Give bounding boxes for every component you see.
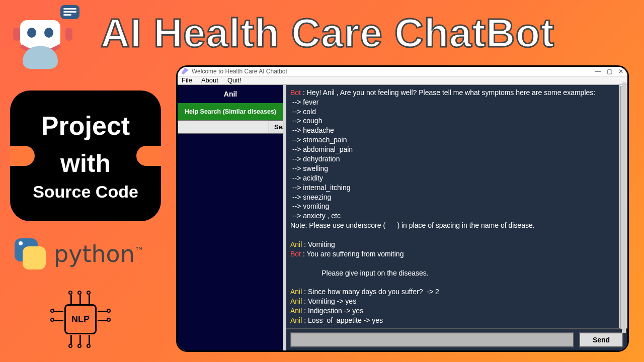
app-window: Welcome to Health Care AI Chatbot — ▢ ✕ … xyxy=(176,65,629,352)
message-input[interactable] xyxy=(290,332,574,347)
help-search-header: Help Search (Similar diseases) xyxy=(178,103,283,120)
chat-line: --> dehydration xyxy=(290,154,623,164)
window-maximize-button[interactable]: ▢ xyxy=(607,68,612,75)
menu-bar: File About Quit! xyxy=(178,76,627,85)
chat-line: Anil : Vomiting xyxy=(290,240,623,249)
promo-badge: Project with Source Code xyxy=(10,90,161,221)
chat-area: Bot : Hey! Anil , Are you not feeling we… xyxy=(283,85,627,350)
menu-file[interactable]: File xyxy=(182,76,192,84)
chat-line: Anil : Since how many days do you suffer… xyxy=(290,287,623,297)
disease-search-input[interactable] xyxy=(178,121,269,133)
menu-about[interactable]: About xyxy=(201,76,218,84)
chat-line: --> cold xyxy=(290,107,623,117)
window-title: Welcome to Health Care AI Chatbot xyxy=(192,68,287,75)
python-logo-icon xyxy=(13,236,48,272)
promo-line1: Project xyxy=(41,111,130,141)
chat-line: Bot : You are suffering from vomiting xyxy=(290,249,623,259)
chat-line: Anil : Loss_of_appetite -> yes xyxy=(290,316,623,325)
chat-line: Anil : Indigestion -> yes xyxy=(290,306,623,316)
promo-line2: with xyxy=(60,149,111,178)
chat-line: --> acidity xyxy=(290,173,623,183)
chat-line: --> stomach_pain xyxy=(290,135,623,145)
chat-line: --> internal_itching xyxy=(290,183,623,193)
chat-line: Note: Please use underscore ( _ ) in pla… xyxy=(290,221,623,230)
chat-line xyxy=(290,230,623,240)
page-title: AI Health Care ChatBot xyxy=(101,10,554,56)
chat-line: Anil : Vomiting -> yes xyxy=(290,297,623,306)
window-titlebar[interactable]: Welcome to Health Care AI Chatbot — ▢ ✕ xyxy=(178,67,627,76)
sidebar: Anil Help Search (Similar diseases) Sear… xyxy=(178,85,283,350)
chat-line: --> headache xyxy=(290,126,623,135)
window-minimize-button[interactable]: — xyxy=(595,68,601,75)
promo-line3: Source Code xyxy=(33,182,138,202)
send-button[interactable]: Send xyxy=(579,332,623,347)
chat-line xyxy=(290,278,623,288)
python-badge: python™ xyxy=(13,236,144,272)
chat-line: --> vomiting xyxy=(290,202,623,211)
chat-line: --> cough xyxy=(290,116,623,126)
tk-feather-icon xyxy=(182,68,189,75)
chat-line xyxy=(290,259,623,268)
chat-line: --> fever xyxy=(290,98,623,107)
menu-quit[interactable]: Quit! xyxy=(227,76,241,84)
window-close-button[interactable]: ✕ xyxy=(618,68,623,75)
chat-line: --> anxiety , etc xyxy=(290,211,623,221)
sidebar-username: Anil xyxy=(178,85,283,103)
chat-scrollbar[interactable] xyxy=(619,85,627,328)
chat-line: Please give input on the diseases. xyxy=(290,268,623,278)
python-label: python™ xyxy=(54,240,144,267)
chat-transcript: Bot : Hey! Anil , Are you not feeling we… xyxy=(286,85,627,328)
chat-line: Bot : Hey! Anil , Are you not feeling we… xyxy=(290,88,623,98)
chatbot-logo-icon xyxy=(10,5,75,70)
chat-line: --> abdominal_pain xyxy=(290,145,623,154)
chat-line: --> sneezing xyxy=(290,193,623,202)
chat-line: --> swelling xyxy=(290,164,623,173)
nlp-chip-icon: NLP xyxy=(50,292,111,347)
